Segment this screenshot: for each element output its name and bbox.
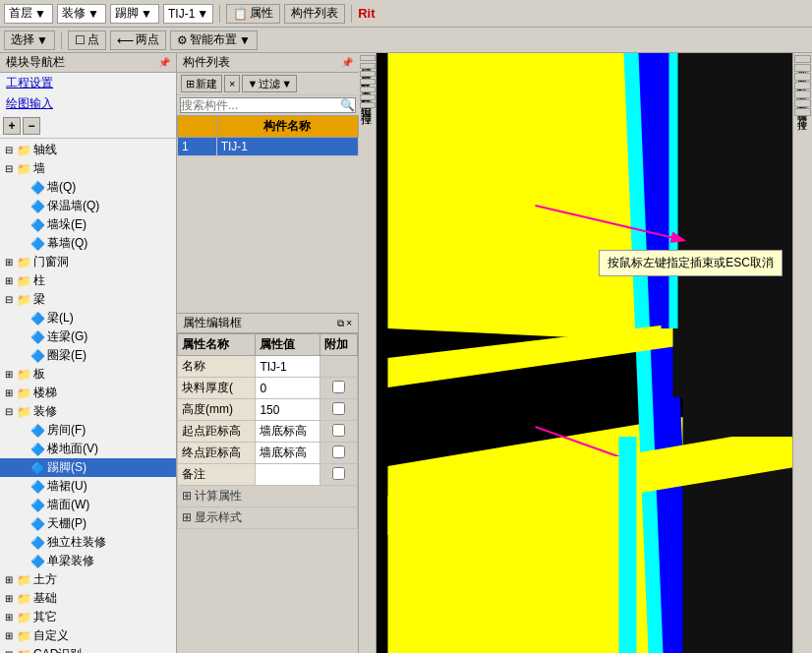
prop-attach-cell[interactable] (320, 356, 358, 378)
tree-item-column[interactable]: ⊞📁柱 (0, 271, 176, 290)
right-side-btn-编辑[interactable]: 编辑 (794, 99, 811, 107)
table-row[interactable]: 名称TIJ-1 (178, 356, 358, 378)
floor-dropdown[interactable]: 首层 ▼ (4, 4, 53, 24)
prop-attach-cell[interactable] (320, 378, 358, 399)
prop-value-cell[interactable]: 墙底标高 (256, 421, 320, 443)
prop-checkbox[interactable] (332, 424, 345, 437)
tree-item-single-beam[interactable]: 🔷单梁装修 (0, 552, 176, 570)
tree-item-floor-surface[interactable]: 🔷楼地面(V) (0, 440, 176, 458)
decoration-dropdown[interactable]: 装修 ▼ (57, 4, 106, 24)
pin-icon[interactable]: 📌 (158, 57, 170, 68)
nav-project-settings[interactable]: 工程设置 (0, 73, 176, 93)
nav-remove-btn[interactable]: − (23, 117, 40, 135)
props-panel-float-icon[interactable]: ⧉ (337, 318, 344, 329)
tree-item-earthwork[interactable]: ⊞📁土方 (0, 570, 176, 589)
tree-item-room[interactable]: 🔷房间(F) (0, 421, 176, 440)
props-section-row[interactable]: 计算属性 (178, 486, 358, 507)
tree-item-connect-beam[interactable]: 🔷连梁(G) (0, 327, 176, 346)
side-btn-拉伸[interactable]: 拉伸 (360, 102, 376, 108)
item-icon: 🔷 (29, 516, 45, 532)
tree-item-stair[interactable]: ⊞📁楼梯 (0, 384, 176, 402)
props-section-label: 显示样式 (178, 507, 358, 529)
prop-value-cell[interactable]: TIJ-1 (256, 356, 320, 378)
tree-item-label: 墙垛(E) (47, 216, 87, 233)
folder-icon: 📁 (16, 647, 31, 654)
prop-checkbox[interactable] (332, 381, 345, 393)
comp-list-pin-icon[interactable]: 📌 (341, 57, 353, 68)
props-panel-pin-icon[interactable]: × (346, 318, 352, 329)
right-side-btn-修剪[interactable]: 修剪 (794, 64, 811, 72)
table-row[interactable]: 块料厚度(0 (178, 378, 358, 399)
tree-item-inswall[interactable]: 🔷保温墙(Q) (0, 197, 176, 215)
side-btn-修剪[interactable]: 修剪 (360, 63, 376, 69)
tree-item-ring-beam[interactable]: 🔷圈梁(E) (0, 346, 176, 365)
props-col-value: 属性值 (256, 334, 320, 356)
table-row[interactable]: 起点距标高墙底标高 (178, 421, 358, 443)
tree-item-wall-q[interactable]: 🔷墙(Q) (0, 178, 176, 197)
search-icon[interactable]: 🔍 (340, 98, 355, 112)
select-button[interactable]: 选择 ▼ (4, 30, 55, 50)
prop-value-cell[interactable]: 0 (256, 378, 320, 399)
tree-item-skirting[interactable]: 🔷踢脚(S) (0, 458, 176, 477)
prop-attach-cell[interactable] (320, 443, 358, 464)
point-button[interactable]: ☐ 点 (68, 30, 106, 50)
delete-comp-button[interactable]: × (224, 75, 240, 92)
table-row[interactable]: 终点距标高墙底标高 (178, 443, 358, 464)
prop-attach-cell[interactable] (320, 464, 358, 486)
tree-item-wall[interactable]: ⊟📁墙 (0, 159, 176, 178)
tree-item-cad[interactable]: ⊞📁CAD识别 (0, 645, 176, 653)
new-comp-button[interactable]: ⊞ 新建 (181, 75, 222, 92)
right-side-btn-分割[interactable]: 分割 (794, 90, 811, 98)
side-btn-合并[interactable]: 合并 (360, 79, 376, 85)
tree-item-wall-surface[interactable]: 🔷墙面(W) (0, 496, 176, 514)
tree-item-axis[interactable]: ⊟📁轴线 (0, 141, 176, 159)
tree-item-foundation[interactable]: ⊞📁基础 (0, 589, 176, 608)
tree-item-beam-l[interactable]: 🔷梁(L) (0, 309, 176, 327)
side-btn-打断[interactable]: 打断 (360, 71, 376, 77)
property-button[interactable]: 📋 属性 (226, 4, 280, 24)
prop-value-cell[interactable] (256, 464, 320, 486)
table-row[interactable]: 1TIJ-1 (178, 138, 359, 156)
prop-attach-cell[interactable] (320, 399, 358, 421)
tree-item-beam[interactable]: ⊟📁梁 (0, 290, 176, 309)
nav-add-btn[interactable]: + (3, 117, 21, 135)
comp-list-button[interactable]: 构件列表 (284, 4, 345, 24)
two-point-button[interactable]: ⟵ 两点 (110, 30, 166, 50)
rit-label: Rit (358, 6, 375, 21)
canvas-panel[interactable]: 按鼠标左键指定插束或ESC取消 延伸修剪打断合并分割编辑拉伸 (377, 53, 812, 653)
prop-checkbox[interactable] (332, 445, 345, 458)
prop-checkbox[interactable] (332, 467, 345, 480)
prop-checkbox[interactable] (332, 402, 345, 415)
tree-item-wallblock[interactable]: 🔷墙垛(E) (0, 215, 176, 234)
tree-item-independent-col[interactable]: 🔷独立柱装修 (0, 533, 176, 552)
component-type-dropdown[interactable]: 踢脚 ▼ (110, 4, 159, 24)
side-btn-延伸[interactable]: 延伸 (360, 55, 376, 61)
tree-item-slab[interactable]: ⊞📁板 (0, 365, 176, 384)
props-section-row[interactable]: 显示样式 (178, 507, 358, 529)
prop-value-cell[interactable]: 150 (256, 399, 320, 421)
right-side-btn-打断[interactable]: 打断 (794, 73, 811, 81)
right-side-btn-合并[interactable]: 合并 (794, 82, 811, 89)
smart-layout-button[interactable]: ⚙ 智能布置 ▼ (170, 30, 258, 50)
tree-item-wainscot[interactable]: 🔷墙裙(U) (0, 477, 176, 496)
tree-item-label: 装修 (33, 403, 57, 420)
props-edit-panel: 属性编辑框 ⧉ × 属性名称 属性值 附加 名称TIJ- (177, 314, 359, 653)
right-side-btn-拉伸[interactable]: 拉伸 (794, 108, 811, 116)
nav-drawing-input[interactable]: 绘图输入 (0, 93, 176, 114)
filter-comp-button[interactable]: ▼ 过滤 ▼ (242, 75, 297, 92)
tree-item-decoration[interactable]: ⊟📁装修 (0, 402, 176, 421)
prop-value-cell[interactable]: 墙底标高 (256, 443, 320, 464)
tree-item-door-window[interactable]: ⊞📁门窗洞 (0, 253, 176, 271)
table-row[interactable]: 备注 (178, 464, 358, 486)
tree-item-other[interactable]: ⊞📁其它 (0, 608, 176, 626)
side-btn-分割[interactable]: 分割 (360, 87, 376, 92)
right-side-btn-延伸[interactable]: 延伸 (794, 55, 811, 63)
component-name-dropdown[interactable]: TIJ-1 ▼ (163, 4, 213, 24)
tree-item-custom[interactable]: ⊞📁自定义 (0, 626, 176, 645)
side-btn-编辑[interactable]: 编辑 (360, 94, 376, 100)
prop-attach-cell[interactable] (320, 421, 358, 443)
tree-item-curtain[interactable]: 🔷幕墙(Q) (0, 234, 176, 253)
search-input[interactable] (181, 98, 340, 112)
table-row[interactable]: 高度(mm)150 (178, 399, 358, 421)
tree-item-ceiling[interactable]: 🔷天棚(P) (0, 514, 176, 533)
